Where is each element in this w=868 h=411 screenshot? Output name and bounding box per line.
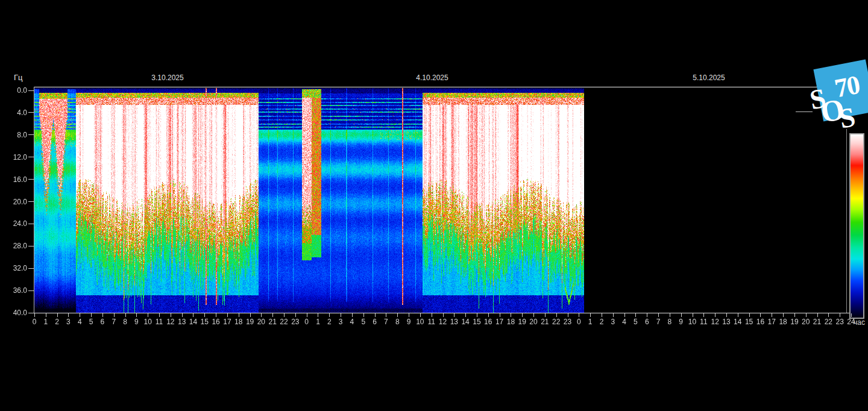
x-axis-tick bbox=[204, 313, 205, 317]
x-axis-tick bbox=[794, 313, 795, 317]
y-tick-label: 24.0 bbox=[3, 220, 27, 227]
x-axis-tick bbox=[397, 313, 398, 317]
y-axis-tick bbox=[28, 179, 34, 180]
x-axis-tick bbox=[522, 313, 523, 317]
x-axis-tick bbox=[318, 313, 318, 317]
x-axis-tick bbox=[272, 313, 273, 317]
x-axis-tick bbox=[624, 313, 625, 317]
x-axis-tick bbox=[159, 313, 160, 317]
x-axis-tick bbox=[307, 313, 307, 317]
x-axis-tick bbox=[703, 313, 704, 317]
y-tick-label: 12.0 bbox=[3, 154, 27, 161]
x-axis-tick bbox=[295, 313, 296, 317]
x-axis-tick bbox=[227, 313, 228, 317]
y-axis-tick bbox=[28, 112, 34, 113]
x-axis-tick bbox=[182, 313, 183, 317]
x-axis-tick bbox=[250, 313, 251, 317]
plot-bottom-axis bbox=[30, 313, 851, 313]
x-axis-tick bbox=[352, 313, 353, 317]
y-axis-tick bbox=[28, 134, 34, 135]
x-axis-tick bbox=[760, 313, 761, 317]
y-tick-label: 32.0 bbox=[3, 265, 27, 272]
x-axis-tick bbox=[693, 313, 693, 317]
x-axis-tick bbox=[239, 313, 239, 317]
spectrogram-page: Гц S 70 O S час 0.04.08.012.016.020.024.… bbox=[0, 0, 868, 411]
x-axis-tick bbox=[193, 313, 193, 317]
x-axis-tick bbox=[34, 313, 35, 317]
x-axis-tick bbox=[216, 313, 216, 317]
x-axis-tick bbox=[715, 313, 715, 317]
x-axis-tick bbox=[670, 313, 670, 317]
x-axis-tick bbox=[91, 313, 92, 317]
y-axis-tick bbox=[28, 246, 34, 246]
x-axis-tick bbox=[477, 313, 477, 317]
x-axis-tick bbox=[658, 313, 659, 317]
x-axis-tick bbox=[533, 313, 534, 317]
logo-letter-s-bottom: S bbox=[837, 104, 857, 132]
colorbar-gradient bbox=[851, 134, 863, 318]
x-axis-tick bbox=[647, 313, 647, 317]
y-tick-label: 40.0 bbox=[3, 309, 27, 316]
date-label: 5.10.2025 bbox=[676, 74, 742, 82]
x-axis-tick bbox=[500, 313, 500, 317]
x-axis-tick bbox=[851, 313, 852, 317]
x-axis-tick bbox=[738, 313, 738, 317]
y-axis-tick bbox=[28, 313, 34, 313]
logo-left-tick-line bbox=[796, 111, 813, 112]
x-axis-tick bbox=[443, 313, 444, 317]
x-axis-tick bbox=[602, 313, 602, 317]
sos70-logo: S 70 O S bbox=[813, 59, 868, 121]
x-axis-tick bbox=[488, 313, 489, 317]
y-tick-label: 8.0 bbox=[3, 131, 27, 139]
y-axis-tick bbox=[28, 290, 34, 291]
x-axis-tick bbox=[329, 313, 330, 317]
y-tick-label: 36.0 bbox=[3, 287, 27, 294]
date-label: 4.10.2025 bbox=[399, 74, 465, 82]
x-axis-tick bbox=[80, 313, 80, 317]
x-axis-tick bbox=[432, 313, 432, 317]
x-axis-tick bbox=[148, 313, 148, 317]
plot-top-border bbox=[34, 87, 851, 87]
spectrogram-canvas bbox=[34, 88, 584, 313]
y-axis-tick bbox=[28, 268, 34, 269]
x-axis-tick bbox=[511, 313, 511, 317]
x-axis-tick bbox=[420, 313, 421, 317]
x-axis-tick bbox=[341, 313, 341, 317]
x-axis-tick bbox=[681, 313, 682, 317]
x-axis-tick bbox=[556, 313, 557, 317]
y-axis-tick bbox=[28, 90, 34, 91]
x-axis-tick bbox=[454, 313, 454, 317]
x-axis-tick bbox=[806, 313, 807, 317]
y-tick-label: 20.0 bbox=[3, 198, 27, 206]
y-axis-tick bbox=[28, 201, 34, 202]
x-axis-tick bbox=[465, 313, 466, 317]
right-marker-line bbox=[846, 129, 847, 313]
x-axis-tick bbox=[568, 313, 568, 317]
x-axis-tick bbox=[284, 313, 285, 317]
x-axis-tick bbox=[68, 313, 69, 317]
y-axis-unit-label: Гц bbox=[14, 73, 23, 82]
x-axis-tick bbox=[136, 313, 137, 317]
x-tick-label: 24 bbox=[843, 318, 859, 325]
x-axis-tick bbox=[817, 313, 818, 317]
x-axis-tick bbox=[46, 313, 46, 317]
y-axis-tick bbox=[28, 157, 34, 157]
x-axis-tick bbox=[114, 313, 115, 317]
colorbar-legend bbox=[849, 133, 864, 319]
x-axis-tick bbox=[375, 313, 376, 317]
x-axis-tick bbox=[171, 313, 171, 317]
x-axis-tick bbox=[828, 313, 829, 317]
x-axis-tick bbox=[726, 313, 727, 317]
x-axis-tick bbox=[783, 313, 784, 317]
x-axis-tick bbox=[261, 313, 262, 317]
x-axis-tick bbox=[409, 313, 409, 317]
x-axis-tick bbox=[545, 313, 546, 317]
x-axis-tick bbox=[579, 313, 579, 317]
y-axis-tick bbox=[28, 224, 34, 224]
x-axis-tick bbox=[590, 313, 591, 317]
x-axis-tick bbox=[57, 313, 58, 317]
date-label: 3.10.2025 bbox=[134, 74, 201, 82]
y-tick-label: 4.0 bbox=[3, 109, 27, 116]
y-tick-label: 28.0 bbox=[3, 242, 27, 249]
y-tick-label: 0.0 bbox=[3, 87, 27, 94]
